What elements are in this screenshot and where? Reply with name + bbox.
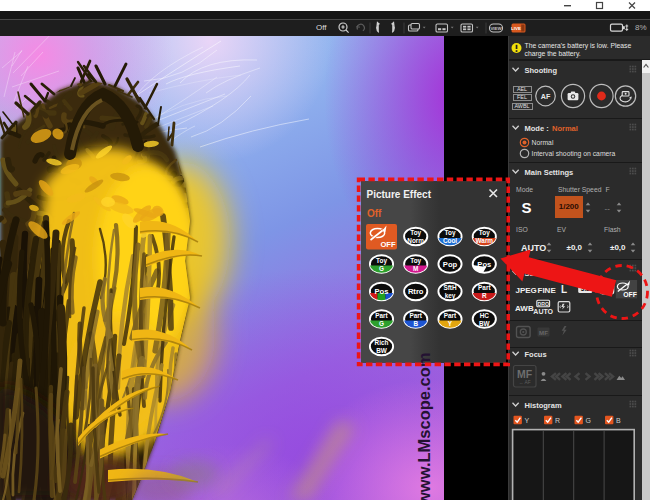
svg-text:DRO: DRO	[537, 301, 549, 307]
svg-text:LIVE: LIVE	[511, 25, 521, 30]
svg-text:AF: AF	[541, 92, 551, 101]
svg-text:MF: MF	[539, 329, 548, 336]
svg-text:VIEW: VIEW	[490, 26, 502, 31]
svg-text:AUTO: AUTO	[533, 308, 553, 315]
svg-text:3:2: 3:2	[581, 285, 591, 292]
svg-text:MF: MF	[517, 368, 533, 380]
svg-text:OFF: OFF	[623, 291, 637, 298]
svg-text:↔ AF: ↔ AF	[519, 380, 531, 385]
